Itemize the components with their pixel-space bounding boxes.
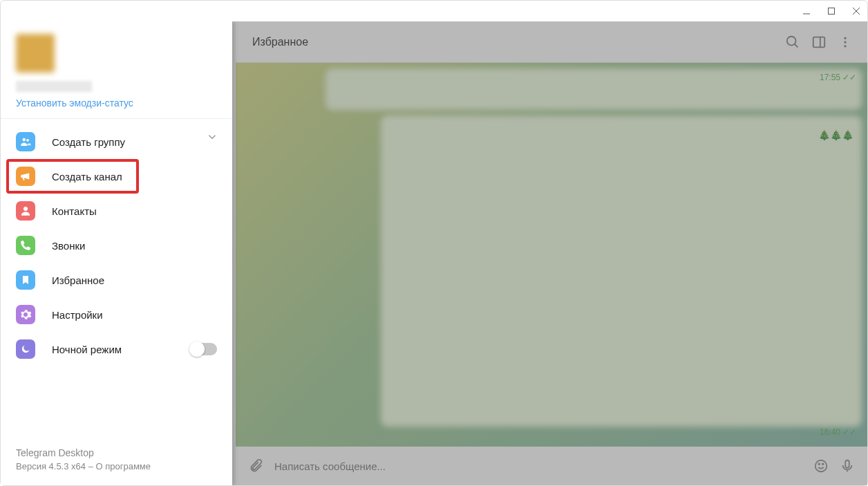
svg-point-11: [815, 460, 827, 472]
svg-point-16: [26, 139, 29, 142]
svg-line-5: [795, 44, 798, 47]
menu-label: Создать канал: [52, 171, 122, 183]
person-icon: [16, 201, 35, 221]
chat-area: Избранное 17:55✓✓ 🎄🎄🎄 16:40✓✓: [236, 21, 867, 485]
svg-point-8: [844, 37, 846, 39]
checks-icon: ✓✓: [842, 427, 856, 437]
gear-icon: [16, 305, 35, 324]
avatar[interactable]: [16, 34, 55, 73]
svg-point-10: [844, 45, 846, 47]
profile-section[interactable]: Установить эмодзи-статус: [1, 21, 232, 119]
main-menu-panel: Установить эмодзи-статус Создать группу: [1, 21, 232, 485]
voice-icon[interactable]: [840, 458, 855, 474]
menu-label: Ночной режим: [52, 344, 122, 355]
close-button[interactable]: [851, 6, 862, 17]
message-input[interactable]: [274, 460, 802, 472]
sidebar-toggle-icon[interactable]: [811, 34, 827, 50]
svg-point-9: [844, 41, 846, 43]
more-icon[interactable]: [837, 34, 853, 50]
app-version[interactable]: Версия 4.5.3 x64 – О программе: [16, 461, 217, 471]
menu-item-new-group[interactable]: Создать группу: [1, 124, 232, 159]
message-timestamp: 16:40: [820, 427, 840, 437]
profile-name-blurred: [16, 81, 92, 92]
svg-point-12: [818, 463, 820, 465]
chat-input-bar: [236, 447, 867, 485]
menu-label: Контакты: [52, 205, 97, 217]
app-name: Telegram Desktop: [16, 447, 217, 458]
maximize-button[interactable]: [826, 6, 837, 17]
menu-item-calls[interactable]: Звонки: [1, 228, 232, 263]
group-icon: [16, 132, 35, 151]
menu-item-new-channel[interactable]: Создать канал: [1, 159, 232, 194]
menu-items: Создать группу Создать канал Контакты: [1, 119, 232, 438]
menu-footer: Telegram Desktop Версия 4.5.3 x64 – О пр…: [1, 438, 232, 485]
emoji-icon[interactable]: [813, 458, 829, 474]
moon-icon: [16, 339, 35, 359]
message-timestamp: 17:55: [820, 73, 840, 82]
menu-label: Настройки: [52, 309, 103, 321]
megaphone-icon: [16, 167, 35, 186]
menu-label: Создать группу: [52, 136, 125, 148]
menu-item-settings[interactable]: Настройки: [1, 297, 232, 332]
set-emoji-status-link[interactable]: Установить эмодзи-статус: [16, 97, 217, 109]
svg-rect-6: [813, 37, 825, 47]
svg-point-4: [787, 36, 796, 45]
svg-point-15: [23, 138, 26, 142]
attach-icon[interactable]: [248, 458, 263, 474]
chat-title[interactable]: Избранное: [252, 36, 775, 48]
menu-label: Звонки: [52, 240, 85, 252]
night-mode-toggle[interactable]: [191, 343, 217, 355]
menu-item-night-mode[interactable]: Ночной режим: [1, 332, 232, 366]
search-icon[interactable]: [784, 34, 801, 50]
minimize-button[interactable]: [801, 6, 812, 17]
menu-item-saved[interactable]: Избранное: [1, 263, 232, 297]
chat-messages[interactable]: 17:55✓✓ 🎄🎄🎄 16:40✓✓: [236, 63, 867, 447]
menu-label: Избранное: [52, 274, 104, 286]
svg-point-13: [822, 463, 824, 465]
phone-icon: [16, 236, 35, 255]
checks-icon: ✓✓: [842, 73, 856, 82]
svg-rect-14: [845, 460, 849, 468]
window-titlebar: [1, 1, 867, 21]
chat-header: Избранное: [236, 21, 867, 63]
svg-rect-1: [829, 8, 835, 15]
bookmark-icon: [16, 270, 35, 290]
svg-point-17: [23, 207, 28, 211]
emoji-decoration: 🎄🎄🎄: [818, 129, 853, 140]
menu-item-contacts[interactable]: Контакты: [1, 194, 232, 228]
